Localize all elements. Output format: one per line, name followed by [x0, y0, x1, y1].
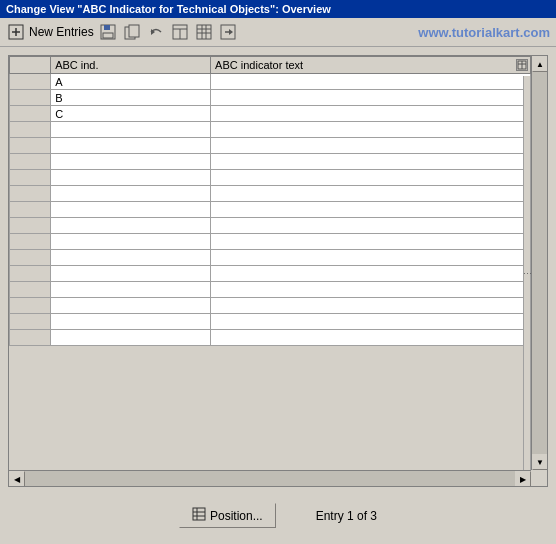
table-row[interactable] — [10, 330, 531, 346]
cell-abc-text[interactable] — [211, 154, 531, 170]
row-number — [10, 234, 51, 250]
data-table: ABC ind. ABC indicator text — [9, 56, 531, 346]
table-row[interactable] — [10, 202, 531, 218]
row-number — [10, 74, 51, 90]
cell-abc-ind[interactable]: B — [51, 90, 211, 106]
cell-abc-text[interactable] — [211, 298, 531, 314]
col-settings-icon[interactable] — [516, 59, 528, 71]
grid-icon[interactable] — [194, 22, 214, 42]
cell-abc-ind[interactable] — [51, 330, 211, 346]
row-number — [10, 106, 51, 122]
row-number — [10, 330, 51, 346]
scroll-up-button[interactable]: ▲ — [532, 56, 548, 72]
cell-abc-ind[interactable]: C — [51, 106, 211, 122]
cell-abc-ind[interactable] — [51, 298, 211, 314]
cell-abc-text[interactable] — [211, 250, 531, 266]
scroll-track-v[interactable] — [532, 72, 547, 454]
export-icon[interactable] — [218, 22, 238, 42]
row-num-header — [10, 57, 51, 74]
row-number — [10, 186, 51, 202]
cell-abc-ind[interactable] — [51, 266, 211, 282]
watermark-text: www.tutorialkart.com — [418, 25, 550, 40]
scroll-right-button[interactable]: ▶ — [515, 471, 531, 487]
svg-rect-7 — [129, 25, 139, 37]
table-row[interactable] — [10, 298, 531, 314]
scrollbar-corner — [531, 470, 547, 486]
col-header-abc-text-label: ABC indicator text — [215, 59, 303, 71]
col-header-abc-ind-label: ABC ind. — [55, 59, 98, 71]
row-number — [10, 202, 51, 218]
cell-abc-ind[interactable] — [51, 170, 211, 186]
row-number — [10, 282, 51, 298]
scroll-left-button[interactable]: ◀ — [9, 471, 25, 487]
table-row[interactable] — [10, 138, 531, 154]
cell-abc-text[interactable] — [211, 266, 531, 282]
table-row[interactable] — [10, 218, 531, 234]
position-icon — [192, 507, 206, 524]
table-row[interactable] — [10, 170, 531, 186]
cell-abc-ind[interactable] — [51, 282, 211, 298]
table-row[interactable] — [10, 234, 531, 250]
table-row[interactable] — [10, 250, 531, 266]
table-row[interactable] — [10, 282, 531, 298]
new-entries-icon — [6, 22, 26, 42]
cell-abc-text[interactable] — [211, 170, 531, 186]
cell-abc-text[interactable] — [211, 282, 531, 298]
row-number — [10, 298, 51, 314]
duplicate-icon[interactable] — [122, 22, 142, 42]
cell-abc-text[interactable] — [211, 186, 531, 202]
row-number — [10, 266, 51, 282]
title-bar: Change View "ABC Indicator for Technical… — [0, 0, 556, 18]
table-icon[interactable] — [170, 22, 190, 42]
horizontal-scrollbar[interactable]: ◀ ▶ — [9, 470, 531, 486]
save-icon[interactable] — [98, 22, 118, 42]
cell-abc-ind[interactable] — [51, 234, 211, 250]
table-row[interactable]: A — [10, 74, 531, 90]
cell-abc-text[interactable] — [211, 138, 531, 154]
table-row[interactable]: C — [10, 106, 531, 122]
row-number — [10, 154, 51, 170]
row-number — [10, 170, 51, 186]
svg-rect-4 — [104, 25, 110, 30]
resize-strip[interactable]: ⋮ — [523, 76, 531, 470]
vertical-scrollbar[interactable]: ▲ ▼ — [531, 56, 547, 470]
table-row[interactable] — [10, 266, 531, 282]
scroll-down-button[interactable]: ▼ — [532, 454, 548, 470]
table-row[interactable] — [10, 154, 531, 170]
cell-abc-text[interactable] — [211, 74, 531, 90]
position-button[interactable]: Position... — [179, 503, 276, 528]
undo-icon[interactable] — [146, 22, 166, 42]
cell-abc-text[interactable] — [211, 218, 531, 234]
table-row[interactable] — [10, 314, 531, 330]
cell-abc-ind[interactable] — [51, 186, 211, 202]
cell-abc-ind[interactable] — [51, 122, 211, 138]
cell-abc-text[interactable] — [211, 330, 531, 346]
row-number — [10, 218, 51, 234]
scroll-track-h[interactable] — [25, 471, 515, 486]
cell-abc-ind[interactable] — [51, 218, 211, 234]
cell-abc-ind[interactable] — [51, 314, 211, 330]
toolbar: New Entries — [0, 18, 556, 47]
table-row[interactable] — [10, 186, 531, 202]
cell-abc-text[interactable] — [211, 202, 531, 218]
content-area: ABC ind. ABC indicator text — [0, 47, 556, 544]
cell-abc-text[interactable] — [211, 314, 531, 330]
cell-abc-ind[interactable] — [51, 138, 211, 154]
cell-abc-text[interactable] — [211, 106, 531, 122]
row-number — [10, 90, 51, 106]
row-number — [10, 250, 51, 266]
cell-abc-ind[interactable]: A — [51, 74, 211, 90]
cell-abc-ind[interactable] — [51, 154, 211, 170]
entry-info: Entry 1 of 3 — [316, 509, 377, 523]
svg-rect-12 — [197, 25, 211, 39]
cell-abc-text[interactable] — [211, 90, 531, 106]
cell-abc-text[interactable] — [211, 234, 531, 250]
cell-abc-text[interactable] — [211, 122, 531, 138]
new-entries-button[interactable]: New Entries — [6, 22, 94, 42]
table-row[interactable] — [10, 122, 531, 138]
cell-abc-ind[interactable] — [51, 202, 211, 218]
row-number — [10, 314, 51, 330]
table-row[interactable]: B — [10, 90, 531, 106]
cell-abc-ind[interactable] — [51, 250, 211, 266]
bottom-bar: Position... Entry 1 of 3 — [8, 495, 548, 536]
